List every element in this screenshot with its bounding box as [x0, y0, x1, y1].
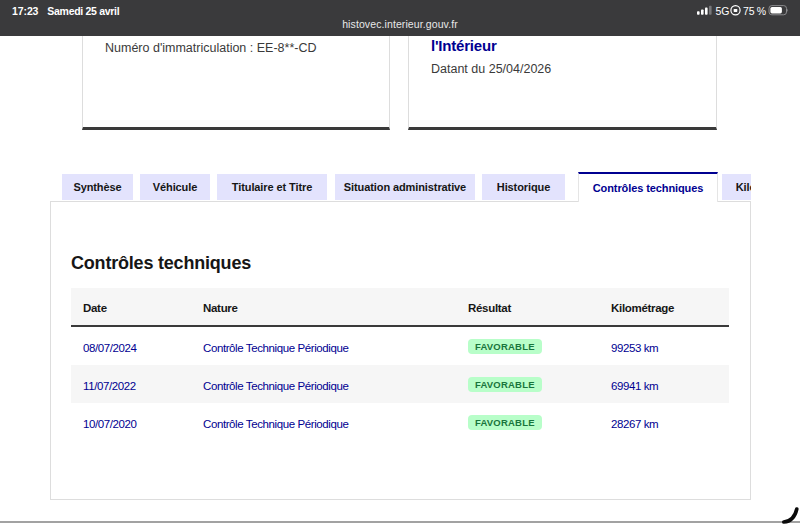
- svg-text:75 %: 75 %: [743, 5, 766, 17]
- svg-text:5G: 5G: [716, 5, 730, 17]
